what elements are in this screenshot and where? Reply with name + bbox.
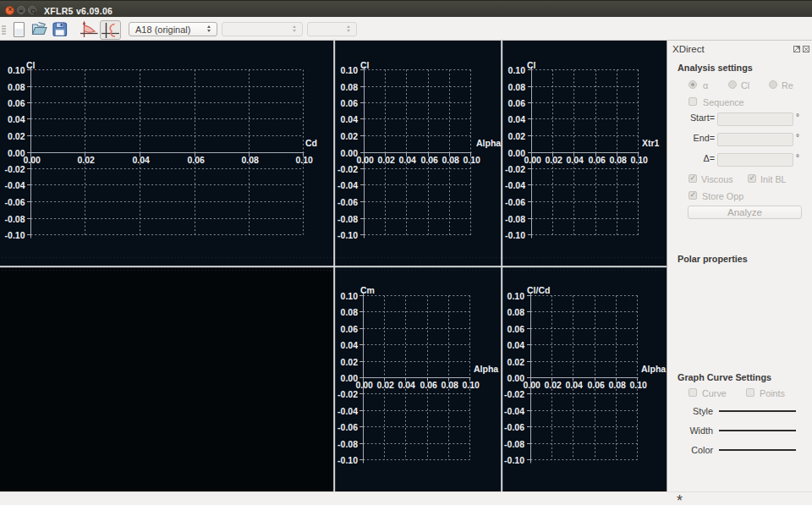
svg-text:0.04: 0.04 xyxy=(8,114,25,124)
svg-text:0.10: 0.10 xyxy=(630,155,648,165)
svg-text:0.02: 0.02 xyxy=(77,155,95,165)
svg-text:-0.06: -0.06 xyxy=(504,422,524,432)
svg-text:0.08: 0.08 xyxy=(8,82,25,92)
svg-text:Cm: Cm xyxy=(360,285,375,295)
svg-text:Cl: Cl xyxy=(26,60,36,70)
svg-text:0.08: 0.08 xyxy=(441,380,458,390)
svg-text:0.08: 0.08 xyxy=(508,82,526,92)
svg-text:0.00: 0.00 xyxy=(523,380,540,390)
svg-text:0.10: 0.10 xyxy=(629,380,647,390)
svg-text:0.00: 0.00 xyxy=(23,155,41,165)
svg-text:0.08: 0.08 xyxy=(508,307,525,317)
svg-text:0.06: 0.06 xyxy=(341,324,359,334)
svg-text:0.06: 0.06 xyxy=(420,155,438,165)
svg-text:-0.06: -0.06 xyxy=(505,197,525,207)
svg-text:0.08: 0.08 xyxy=(341,82,359,92)
svg-text:0.04: 0.04 xyxy=(398,380,415,390)
svg-text:0.02: 0.02 xyxy=(544,380,562,390)
svg-text:0.10: 0.10 xyxy=(341,291,359,301)
svg-text:-0.10: -0.10 xyxy=(504,455,524,465)
svg-text:0.04: 0.04 xyxy=(341,340,359,350)
svg-text:-0.08: -0.08 xyxy=(337,439,358,449)
svg-text:0.08: 0.08 xyxy=(442,155,459,165)
svg-text:0.10: 0.10 xyxy=(462,380,480,390)
svg-text:0.02: 0.02 xyxy=(508,131,526,141)
svg-text:0.00: 0.00 xyxy=(524,155,541,165)
svg-text:0.06: 0.06 xyxy=(420,380,437,390)
svg-text:0.04: 0.04 xyxy=(132,155,150,165)
svg-text:0.08: 0.08 xyxy=(609,155,627,165)
svg-text:0.02: 0.02 xyxy=(8,131,25,141)
svg-text:-0.06: -0.06 xyxy=(337,197,358,207)
svg-text:Cl: Cl xyxy=(527,60,536,70)
svg-text:0.00: 0.00 xyxy=(356,155,374,165)
svg-text:-0.02: -0.02 xyxy=(505,164,525,174)
svg-text:-0.10: -0.10 xyxy=(505,230,525,240)
svg-text:0.04: 0.04 xyxy=(508,340,525,350)
svg-text:-0.04: -0.04 xyxy=(5,180,25,190)
svg-text:-0.08: -0.08 xyxy=(504,439,524,449)
svg-text:Cl/Cd: Cl/Cd xyxy=(527,285,550,295)
svg-text:0.02: 0.02 xyxy=(341,131,359,141)
svg-text:0.08: 0.08 xyxy=(608,380,626,390)
svg-text:-0.06: -0.06 xyxy=(337,422,358,432)
svg-text:0.04: 0.04 xyxy=(398,155,416,165)
svg-text:-0.08: -0.08 xyxy=(505,214,525,224)
svg-text:0.06: 0.06 xyxy=(508,98,526,108)
svg-text:0.08: 0.08 xyxy=(341,307,359,317)
svg-text:0.00: 0.00 xyxy=(508,148,526,158)
svg-text:-0.02: -0.02 xyxy=(337,389,358,399)
svg-text:0.00: 0.00 xyxy=(341,148,359,158)
svg-text:Xtr1: Xtr1 xyxy=(642,138,660,148)
svg-text:Alpha: Alpha xyxy=(476,138,501,148)
svg-text:-0.04: -0.04 xyxy=(337,406,358,416)
svg-text:0.06: 0.06 xyxy=(8,98,25,108)
svg-text:-0.02: -0.02 xyxy=(5,164,25,174)
svg-text:-0.10: -0.10 xyxy=(5,230,25,240)
svg-text:0.04: 0.04 xyxy=(508,114,526,124)
svg-text:-0.06: -0.06 xyxy=(5,197,25,207)
svg-text:0.02: 0.02 xyxy=(341,357,359,367)
svg-text:0.02: 0.02 xyxy=(545,155,562,165)
svg-text:Alpha: Alpha xyxy=(641,364,666,374)
svg-text:-0.04: -0.04 xyxy=(337,180,358,190)
svg-text:0.02: 0.02 xyxy=(377,155,395,165)
svg-text:Cd: Cd xyxy=(305,138,317,148)
svg-text:-0.10: -0.10 xyxy=(337,230,358,240)
svg-text:0.04: 0.04 xyxy=(341,114,359,124)
svg-text:Alpha: Alpha xyxy=(474,364,498,374)
svg-text:0.00: 0.00 xyxy=(355,380,373,390)
svg-text:-0.04: -0.04 xyxy=(504,406,524,416)
svg-text:0.10: 0.10 xyxy=(508,291,525,301)
svg-text:0.06: 0.06 xyxy=(508,324,525,334)
svg-text:0.06: 0.06 xyxy=(341,98,359,108)
svg-text:0.10: 0.10 xyxy=(341,65,359,75)
svg-text:-0.08: -0.08 xyxy=(337,214,358,224)
svg-text:0.08: 0.08 xyxy=(241,155,259,165)
svg-text:0.10: 0.10 xyxy=(295,155,313,165)
svg-text:0.04: 0.04 xyxy=(565,380,583,390)
svg-text:0.06: 0.06 xyxy=(587,380,605,390)
svg-text:-0.02: -0.02 xyxy=(504,389,524,399)
svg-text:-0.10: -0.10 xyxy=(337,455,358,465)
svg-text:0.06: 0.06 xyxy=(588,155,606,165)
svg-text:0.04: 0.04 xyxy=(566,155,584,165)
svg-text:0.00: 0.00 xyxy=(508,373,525,383)
svg-text:-0.08: -0.08 xyxy=(5,214,25,224)
svg-text:0.06: 0.06 xyxy=(187,155,205,165)
svg-text:-0.02: -0.02 xyxy=(337,164,358,174)
svg-text:0.10: 0.10 xyxy=(508,65,526,75)
svg-text:0.02: 0.02 xyxy=(508,357,525,367)
svg-text:Cl: Cl xyxy=(360,60,370,70)
svg-text:0.02: 0.02 xyxy=(376,380,394,390)
svg-text:0.10: 0.10 xyxy=(463,155,480,165)
svg-text:-0.04: -0.04 xyxy=(505,180,525,190)
svg-text:0.10: 0.10 xyxy=(8,65,25,75)
